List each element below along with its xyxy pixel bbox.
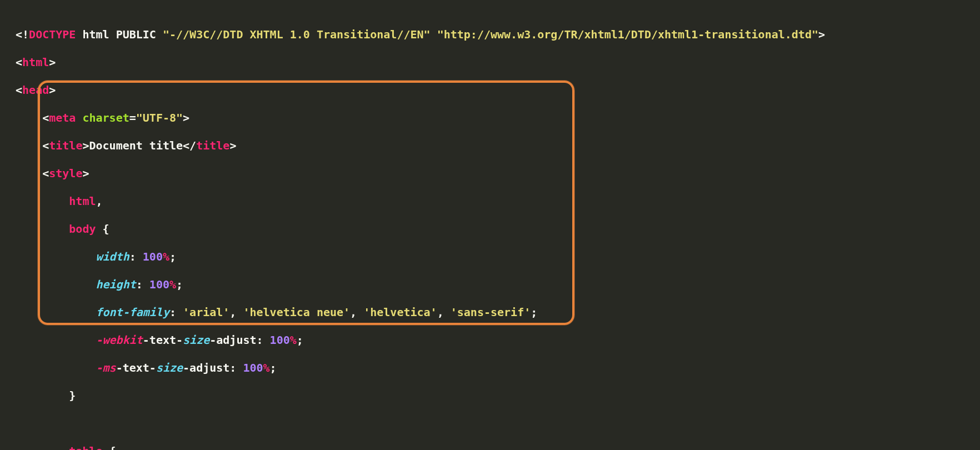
code-line: <!DOCTYPE html PUBLIC "-//W3C//DTD XHTML… xyxy=(16,28,964,42)
code-line: height: 100%; xyxy=(16,278,964,292)
code-line: html, xyxy=(16,194,964,208)
code-line: width: 100%; xyxy=(16,250,964,264)
code-line: body { xyxy=(16,222,964,236)
code-line: } xyxy=(16,389,964,403)
code-line xyxy=(16,417,964,431)
code-editor[interactable]: <!DOCTYPE html PUBLIC "-//W3C//DTD XHTML… xyxy=(0,0,980,450)
code-line: -ms-text-size-adjust: 100%; xyxy=(16,361,964,375)
code-line: <head> xyxy=(16,83,964,97)
code-line: table { xyxy=(16,444,964,450)
code-line: <style> xyxy=(16,167,964,181)
code-line: -webkit-text-size-adjust: 100%; xyxy=(16,333,964,347)
code-line: font-family: 'arial', 'helvetica neue', … xyxy=(16,306,964,319)
code-line: <html> xyxy=(16,56,964,69)
code-line: <title>Document title</title> xyxy=(16,139,964,153)
code-line: <meta charset="UTF-8"> xyxy=(16,111,964,125)
